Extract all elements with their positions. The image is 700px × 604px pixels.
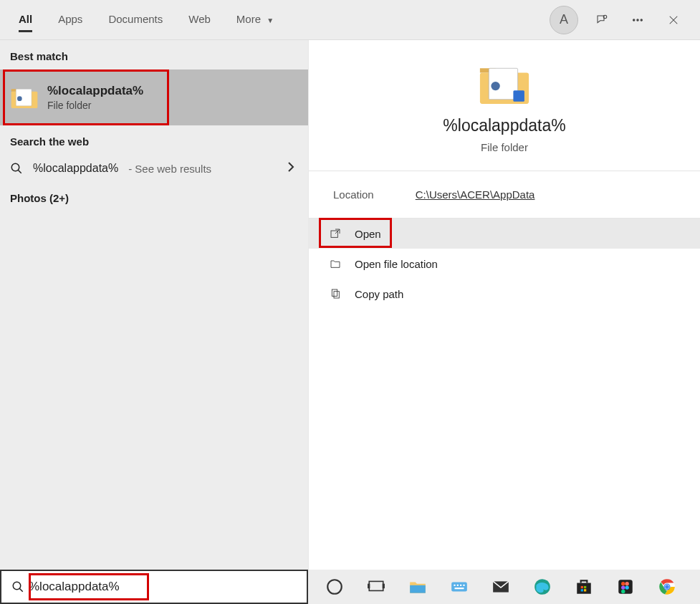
best-match-row[interactable]: %localappdata% File folder [0,69,308,125]
header-actions: A [550,6,694,34]
svg-point-37 [621,585,625,589]
svg-point-10 [491,82,499,90]
taskbar-icons [308,576,678,598]
preview-header: %localappdata% File folder [309,40,700,171]
search-icon [10,162,23,175]
edge-icon[interactable] [532,576,553,598]
close-icon[interactable] [661,8,686,32]
figma-icon[interactable] [615,576,636,598]
svg-rect-18 [368,584,370,589]
svg-point-15 [13,582,21,590]
svg-rect-14 [334,292,339,298]
best-match-title: %localappdata% [47,84,143,98]
search-web-heading: Search the web [0,125,308,155]
svg-point-38 [625,585,628,589]
svg-rect-24 [460,585,461,586]
tab-documents[interactable]: Documents [95,4,176,35]
web-result-query: %localappdata% [33,162,118,175]
search-box[interactable] [0,570,308,604]
copy-icon [329,287,342,300]
svg-rect-23 [457,585,459,586]
preview-title: %localappdata% [443,116,565,135]
task-view-icon[interactable] [365,576,387,598]
tab-more[interactable]: More ▼ [224,4,287,35]
preview-pane: %localappdata% File folder Location C:\U… [308,40,700,570]
svg-rect-21 [451,583,467,592]
svg-rect-19 [383,584,385,589]
cortana-icon[interactable] [324,576,345,598]
best-match-text: %localappdata% File folder [47,84,143,111]
svg-rect-25 [463,585,464,586]
action-open[interactable]: Open [309,219,700,249]
microsoft-store-icon[interactable] [573,576,595,598]
svg-rect-12 [331,231,337,237]
action-open-file-location[interactable]: Open file location [309,249,700,279]
filter-tabs: All Apps Documents Web More ▼ [6,4,287,35]
action-open-label: Open [355,228,381,240]
svg-rect-17 [369,581,383,590]
taskbar [0,570,700,604]
photos-heading[interactable]: Photos (2+) [0,182,308,211]
tab-all[interactable]: All [6,4,45,35]
search-input[interactable] [29,580,301,594]
svg-rect-33 [584,589,586,591]
tab-more-label: More [236,13,261,25]
svg-point-39 [621,590,625,593]
mail-icon[interactable] [490,576,512,598]
action-copy-path[interactable]: Copy path [309,279,700,309]
chevron-down-icon: ▼ [267,16,274,24]
search-header: All Apps Documents Web More ▼ A [0,0,700,40]
tab-web[interactable]: Web [176,4,224,35]
svg-point-16 [327,580,342,594]
location-label: Location [333,188,374,201]
svg-rect-11 [513,90,524,102]
main-content: Best match %localappdata% File folder Se… [0,40,700,570]
web-result-row[interactable]: %localappdata% - See web results [0,155,308,182]
open-icon [329,227,342,240]
preview-subtitle: File folder [481,141,528,153]
svg-point-36 [625,582,628,585]
user-avatar[interactable]: A [550,6,578,34]
location-value[interactable]: C:\Users\ACER\AppData [416,188,535,201]
on-screen-keyboard-icon[interactable] [449,576,470,598]
svg-point-6 [17,96,22,101]
best-match-subtitle: File folder [47,100,143,111]
svg-point-43 [665,585,669,589]
web-result-suffix: - See web results [128,163,211,175]
svg-rect-22 [454,585,455,586]
folder-open-icon [329,257,342,270]
action-copy-path-label: Copy path [355,288,403,300]
results-pane: Best match %localappdata% File folder Se… [0,40,308,570]
file-explorer-icon[interactable] [407,576,428,598]
folder-icon [477,62,532,106]
svg-rect-31 [584,586,586,588]
svg-rect-32 [581,589,583,591]
chrome-icon[interactable] [656,576,678,598]
svg-point-7 [11,163,19,171]
chevron-right-icon [287,161,295,176]
action-open-loc-label: Open file location [355,258,438,270]
location-row: Location C:\Users\ACER\AppData [309,171,700,219]
folder-icon [10,85,39,110]
svg-rect-20 [410,585,426,593]
more-options-icon[interactable] [625,8,650,32]
svg-rect-13 [332,289,337,296]
svg-point-2 [637,19,638,20]
best-match-heading: Best match [0,40,308,69]
search-icon [11,580,24,593]
tab-apps[interactable]: Apps [45,4,95,35]
svg-rect-26 [455,588,464,589]
svg-rect-30 [581,586,583,588]
svg-point-3 [641,19,642,20]
svg-point-1 [633,19,635,20]
feedback-icon[interactable] [590,8,614,32]
svg-point-35 [621,582,625,585]
